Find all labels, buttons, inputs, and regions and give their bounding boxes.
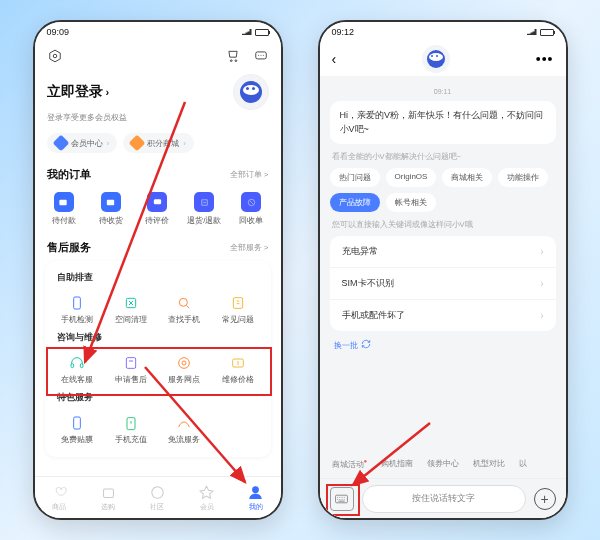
svg-rect-9: [74, 297, 81, 309]
chat-avatar: [422, 45, 450, 73]
back-button[interactable]: ‹: [332, 51, 337, 67]
chip-account[interactable]: 帐号相关: [386, 193, 436, 212]
headset-icon: [68, 354, 86, 372]
service-location[interactable]: 服务网点: [158, 350, 212, 389]
login-subtitle: 登录享受更多会员权益: [35, 112, 281, 129]
faq-charging[interactable]: 充电异常›: [330, 236, 556, 268]
chat-timestamp: 09:11: [330, 88, 556, 95]
tab-community[interactable]: 社区: [149, 484, 166, 512]
quick-links[interactable]: 商城活动● 购机指南 领券中心 机型对比 以: [320, 450, 566, 478]
online-service[interactable]: 在线客服: [51, 350, 105, 389]
greeting-bubble: Hi，亲爱的V粉，新年快乐！有什么问题，不妨问问小V吧~: [330, 101, 556, 144]
svg-rect-19: [74, 417, 81, 429]
chevron-right-icon: ›: [106, 86, 110, 98]
ql-guide[interactable]: 购机指南: [381, 458, 413, 470]
chip-originos[interactable]: OriginOS: [386, 168, 437, 187]
chevron-right-icon: ›: [540, 246, 543, 257]
avatar[interactable]: [233, 74, 269, 110]
svg-marker-0: [49, 50, 60, 62]
svg-rect-15: [126, 358, 135, 369]
orders-title: 我的订单: [47, 167, 91, 182]
chat-icon: [147, 192, 167, 212]
consult-title: 咨询与维修: [51, 329, 265, 350]
free-screen[interactable]: 免费贴膜: [51, 410, 105, 449]
chip-fault[interactable]: 产品故障: [330, 193, 380, 212]
aftersale-title: 售后服务: [47, 240, 91, 255]
chevron-right-icon: ›: [540, 310, 543, 321]
svg-point-28: [253, 486, 259, 492]
find-phone[interactable]: 查找手机: [158, 290, 212, 329]
box-icon: [101, 192, 121, 212]
clean-icon: [122, 294, 140, 312]
status-right: [242, 29, 269, 36]
order-unpaid[interactable]: 待付款: [41, 192, 88, 226]
chevron-right-icon: ›: [540, 278, 543, 289]
svg-rect-6: [107, 199, 114, 205]
refresh-button[interactable]: 换一批: [334, 339, 552, 351]
svg-rect-31: [336, 495, 348, 503]
member-icon: [52, 135, 69, 152]
phone-check[interactable]: 手机检测: [51, 290, 105, 329]
interaction-title: 我的互动: [35, 467, 281, 476]
member-center-pill[interactable]: 会员中心›: [47, 133, 118, 153]
svg-rect-7: [154, 199, 161, 204]
aftersale-more[interactable]: 全部服务 >: [230, 242, 269, 253]
phone-check-icon: [68, 294, 86, 312]
svg-point-1: [53, 54, 57, 58]
svg-point-3: [235, 60, 237, 62]
plus-button[interactable]: +: [534, 488, 556, 510]
chip-hot[interactable]: 热门问题: [330, 168, 380, 187]
order-review[interactable]: 待评价: [134, 192, 181, 226]
data-icon: [175, 414, 193, 432]
phone-topup[interactable]: 手机充值: [104, 410, 158, 449]
wallet-icon: [54, 192, 74, 212]
cart-icon[interactable]: [225, 48, 241, 64]
space-clean[interactable]: 空间清理: [104, 290, 158, 329]
ql-promo[interactable]: 商城活动●: [332, 458, 368, 470]
svg-point-11: [180, 298, 188, 306]
faq[interactable]: 常见问题: [211, 290, 265, 329]
status-time: 09:12: [332, 27, 355, 37]
apply-icon: [122, 354, 140, 372]
topup-icon: [122, 414, 140, 432]
recycle-icon: [241, 192, 261, 212]
keyboard-button[interactable]: [330, 487, 354, 511]
points-icon: [129, 135, 146, 152]
svg-rect-12: [233, 298, 242, 309]
svg-point-2: [230, 60, 232, 62]
hint-1: 看看全能的小V都能解决什么问题吧~: [332, 152, 554, 162]
order-recycle[interactable]: 回收单: [228, 192, 275, 226]
price-icon: [229, 354, 247, 372]
faq-broken[interactable]: 手机或配件坏了›: [330, 300, 556, 331]
tab-mine[interactable]: 我的: [247, 484, 264, 512]
faq-sim[interactable]: SIM卡不识别›: [330, 268, 556, 300]
orders-more[interactable]: 全部订单 >: [230, 169, 269, 180]
order-refund[interactable]: 退货/退款: [181, 192, 228, 226]
tab-shop[interactable]: 选购: [100, 484, 117, 512]
svg-point-17: [182, 361, 186, 365]
chip-mall[interactable]: 商城相关: [442, 168, 492, 187]
find-icon: [175, 294, 193, 312]
points-mall-pill[interactable]: 积分商城›: [123, 133, 194, 153]
tab-member[interactable]: 会员: [198, 484, 215, 512]
hint-2: 您可以直接输入关键词或像这样问小V哦: [332, 220, 554, 230]
ql-coupon[interactable]: 领券中心: [427, 458, 459, 470]
free-data[interactable]: 免流服务: [158, 410, 212, 449]
location-icon: [175, 354, 193, 372]
chip-function[interactable]: 功能操作: [498, 168, 548, 187]
more-button[interactable]: •••: [536, 51, 554, 67]
svg-point-27: [152, 486, 163, 497]
settings-hex-icon[interactable]: [47, 48, 63, 64]
refresh-icon: [361, 339, 371, 351]
login-title[interactable]: 立即登录 ›: [47, 83, 110, 101]
repair-price[interactable]: 维修价格: [211, 350, 265, 389]
ql-more[interactable]: 以: [519, 458, 527, 470]
tab-product[interactable]: 商品: [51, 484, 68, 512]
faq-icon: [229, 294, 247, 312]
ql-compare[interactable]: 机型对比: [473, 458, 505, 470]
voice-input[interactable]: 按住说话转文字: [362, 485, 526, 513]
message-icon[interactable]: [253, 48, 269, 64]
order-shipping[interactable]: 待收货: [87, 192, 134, 226]
apply-aftersale[interactable]: 申请售后: [104, 350, 158, 389]
svg-rect-26: [103, 488, 113, 497]
